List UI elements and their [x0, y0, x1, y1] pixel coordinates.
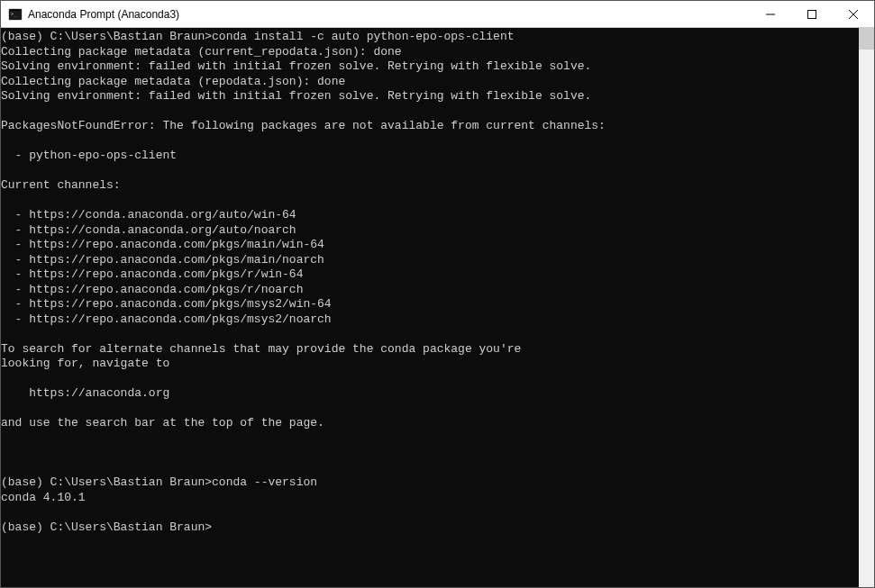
terminal-line: (base) C:\Users\Bastian Braun>conda inst… [1, 30, 859, 45]
terminal-line: Current channels: [1, 178, 859, 194]
terminal-line [1, 461, 859, 476]
terminal-line [1, 134, 859, 149]
minimize-button[interactable] [750, 1, 791, 27]
terminal-line: - python-epo-ops-client [1, 149, 859, 164]
app-icon: >_ [8, 7, 23, 22]
terminal-line: Collecting package metadata (current_rep… [1, 45, 859, 60]
terminal-line: Collecting package metadata (repodata.js… [1, 75, 859, 90]
terminal-line: - https://conda.anaconda.org/auto/noarch [1, 223, 859, 239]
terminal-line [1, 402, 859, 417]
terminal-line: To search for alternate channels that ma… [1, 342, 859, 357]
terminal-line: looking for, navigate to [1, 357, 859, 372]
terminal-container: (base) C:\Users\Bastian Braun>conda inst… [1, 28, 874, 587]
titlebar: >_ Anaconda Prompt (Anaconda3) [1, 1, 874, 28]
terminal-line [1, 372, 859, 387]
maximize-button[interactable] [791, 1, 833, 27]
terminal-line [1, 194, 859, 209]
terminal-line: - https://repo.anaconda.com/pkgs/msys2/n… [1, 312, 859, 328]
window-title: Anaconda Prompt (Anaconda3) [28, 8, 750, 21]
terminal-line [1, 431, 859, 447]
terminal-line: - https://repo.anaconda.com/pkgs/msys2/w… [1, 297, 859, 312]
close-button[interactable] [833, 1, 874, 27]
terminal-line: https://anaconda.org [1, 386, 859, 402]
terminal-output[interactable]: (base) C:\Users\Bastian Braun>conda inst… [1, 28, 859, 587]
terminal-line [1, 164, 859, 179]
svg-text:>_: >_ [11, 11, 17, 17]
terminal-line: - https://repo.anaconda.com/pkgs/r/win-6… [1, 267, 859, 283]
window-controls [750, 1, 874, 27]
terminal-line [1, 104, 859, 120]
terminal-line: - https://repo.anaconda.com/pkgs/r/noarc… [1, 283, 859, 298]
terminal-line: - https://repo.anaconda.com/pkgs/main/no… [1, 253, 859, 268]
terminal-line [1, 505, 859, 520]
application-window: >_ Anaconda Prompt (Anaconda3) (base) C:… [0, 0, 875, 588]
terminal-line: - https://repo.anaconda.com/pkgs/main/wi… [1, 238, 859, 253]
scrollbar-thumb[interactable] [859, 28, 874, 50]
terminal-line: and use the search bar at the top of the… [1, 416, 859, 431]
terminal-line: Solving environment: failed with initial… [1, 89, 859, 104]
scrollbar-track[interactable] [859, 28, 874, 587]
svg-rect-4 [808, 10, 816, 18]
terminal-line [1, 446, 859, 461]
terminal-line [1, 327, 859, 342]
terminal-line: (base) C:\Users\Bastian Braun> [1, 520, 859, 536]
terminal-line: - https://conda.anaconda.org/auto/win-64 [1, 208, 859, 223]
terminal-line: (base) C:\Users\Bastian Braun>conda --ve… [1, 475, 859, 491]
terminal-line: conda 4.10.1 [1, 491, 859, 506]
terminal-line: PackagesNotFoundError: The following pac… [1, 119, 859, 134]
terminal-line: Solving environment: failed with initial… [1, 59, 859, 75]
